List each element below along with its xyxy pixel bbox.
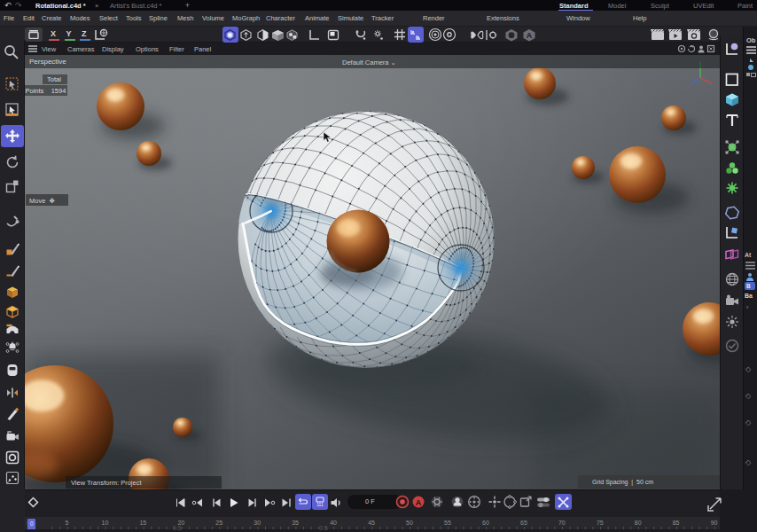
svg-text:111: 111 — [316, 502, 324, 507]
svg-text:A: A — [527, 31, 533, 40]
svg-text:A: A — [416, 498, 422, 507]
